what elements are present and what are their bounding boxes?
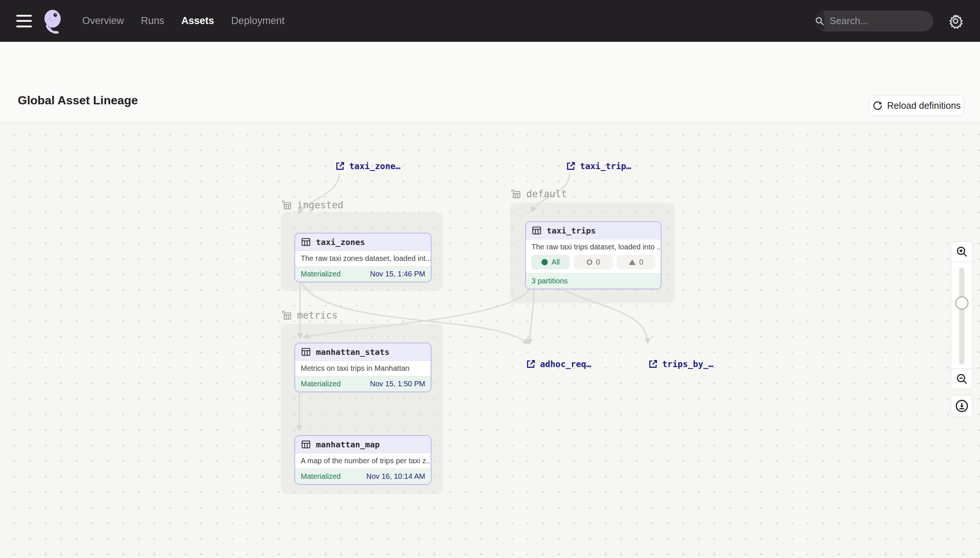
- ring-icon: [587, 259, 592, 265]
- external-asset-trips-by[interactable]: trips_by_…: [648, 359, 713, 369]
- reload-definitions-button[interactable]: Reload definitions: [869, 95, 964, 116]
- asset-node-taxi-trips[interactable]: taxi_trips The raw taxi trips dataset, l…: [525, 221, 662, 289]
- nav-item-assets[interactable]: Assets: [181, 15, 214, 27]
- zoom-in-icon: [955, 245, 968, 258]
- triangle-icon: [629, 259, 636, 265]
- partitions-failed-pill[interactable]: 0: [617, 254, 656, 269]
- group-label-ingested[interactable]: ingested: [281, 199, 343, 211]
- partitions-missing-pill[interactable]: 0: [574, 254, 613, 269]
- materialized-status: Materialized: [301, 472, 341, 481]
- external-asset-adhoc-request[interactable]: adhoc_req…: [526, 359, 591, 369]
- dagster-logo-icon[interactable]: [40, 7, 66, 35]
- menu-icon[interactable]: [16, 15, 32, 27]
- asset-name: taxi_zones: [316, 238, 365, 247]
- external-asset-taxi-zone[interactable]: taxi_zone…: [335, 161, 400, 171]
- external-link-icon: [335, 161, 345, 171]
- zoom-out-icon: [955, 373, 968, 385]
- table-group-icon: [281, 309, 293, 321]
- download-image-button[interactable]: [951, 395, 973, 417]
- lineage-canvas[interactable]: ingested default metrics taxi_zone… taxi…: [0, 122, 980, 558]
- asset-name: manhattan_stats: [316, 348, 390, 357]
- table-icon: [301, 347, 311, 357]
- table-icon: [301, 439, 311, 450]
- zoom-slider-track[interactable]: [959, 268, 964, 364]
- materialized-timestamp[interactable]: Nov 15, 1:50 PM: [370, 380, 425, 388]
- external-asset-taxi-trip[interactable]: taxi_trip…: [566, 161, 631, 171]
- search-input[interactable]: [824, 15, 933, 27]
- table-icon: [301, 237, 311, 247]
- asset-name: taxi_trips: [547, 226, 596, 235]
- zoom-out-button[interactable]: [951, 369, 973, 389]
- asset-name: manhattan_map: [316, 440, 380, 449]
- nav-item-deployment[interactable]: Deployment: [231, 15, 285, 27]
- zoom-in-button[interactable]: [951, 241, 973, 262]
- external-link-icon: [526, 359, 536, 369]
- partitions-count[interactable]: 3 partitions: [532, 277, 568, 285]
- nav-item-overview[interactable]: Overview: [82, 15, 124, 27]
- table-group-icon: [281, 199, 293, 211]
- zoom-panel: [951, 241, 973, 389]
- asset-description: Metrics on taxi trips in Manhattan: [295, 361, 431, 376]
- partitions-materialized-pill[interactable]: All: [531, 254, 570, 269]
- asset-description: A map of the number of trips per taxi z.…: [295, 453, 431, 468]
- table-icon: [532, 225, 542, 236]
- top-nav: Overview Runs Assets Deployment /: [0, 0, 980, 42]
- materialized-status: Materialized: [301, 380, 341, 388]
- asset-node-taxi-zones[interactable]: taxi_zones The raw taxi zones dataset, l…: [295, 233, 432, 282]
- asset-description: The raw taxi trips dataset, loaded into …: [526, 240, 661, 254]
- external-link-icon: [566, 161, 576, 171]
- search-icon: [815, 11, 824, 31]
- asset-node-manhattan-stats[interactable]: manhattan_stats Metrics on taxi trips in…: [295, 343, 432, 392]
- nav-item-runs[interactable]: Runs: [141, 15, 165, 27]
- table-group-icon: [510, 188, 522, 200]
- external-link-icon: [648, 359, 658, 369]
- refresh-icon: [873, 101, 883, 111]
- materialized-timestamp[interactable]: Nov 15, 1:46 PM: [370, 270, 425, 278]
- materialized-timestamp[interactable]: Nov 16, 10:14 AM: [366, 472, 425, 481]
- materialized-status: Materialized: [301, 270, 341, 278]
- asset-description: The raw taxi zones dataset, loaded int..…: [295, 251, 431, 266]
- download-icon: [955, 399, 969, 413]
- settings-gear-icon[interactable]: [947, 13, 964, 29]
- group-label-metrics[interactable]: metrics: [281, 309, 338, 321]
- page-title: Global Asset Lineage: [18, 94, 138, 107]
- global-search[interactable]: /: [815, 11, 933, 31]
- green-dot-icon: [542, 259, 548, 265]
- lineage-edges: [0, 123, 980, 558]
- group-label-default[interactable]: default: [510, 188, 567, 200]
- page-header: Global Asset Lineage Reload definitions …: [0, 42, 980, 122]
- asset-node-manhattan-map[interactable]: manhattan_map A map of the number of tri…: [295, 435, 432, 485]
- zoom-slider-handle[interactable]: [955, 296, 968, 310]
- nav-links: Overview Runs Assets Deployment: [82, 15, 285, 27]
